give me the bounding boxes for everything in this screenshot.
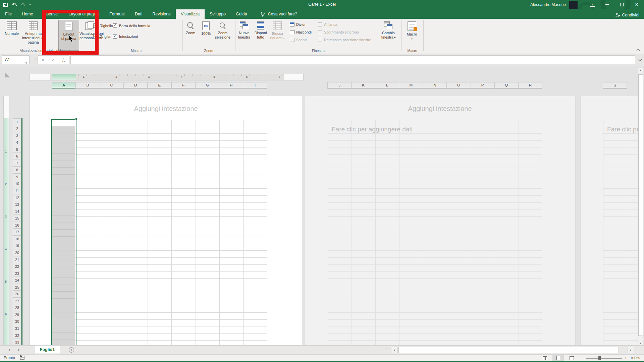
column-header-o[interactable]: O bbox=[447, 82, 471, 88]
scroll-left-icon[interactable]: ◄ bbox=[391, 347, 397, 353]
column-header-h[interactable]: H bbox=[219, 82, 243, 88]
column-header-a[interactable]: A bbox=[52, 82, 76, 88]
row-header-28[interactable]: 28 bbox=[13, 304, 21, 311]
disponi-tutto-button[interactable]: Disponi tutto bbox=[253, 20, 269, 51]
row-header-16[interactable]: 16 bbox=[13, 222, 21, 229]
selected-cells-fill[interactable] bbox=[52, 126, 75, 345]
active-cell-a1[interactable] bbox=[52, 120, 75, 126]
horizontal-scrollbar-thumb[interactable] bbox=[398, 347, 619, 353]
macro-record-icon[interactable] bbox=[20, 356, 24, 360]
dividi-button[interactable]: Dividi bbox=[290, 21, 305, 27]
row-header-26[interactable]: 26 bbox=[13, 290, 21, 298]
zoom-out-icon[interactable]: − bbox=[579, 355, 582, 361]
cambia-finestra-button[interactable]: Cambia finestra ▾ bbox=[378, 20, 398, 51]
column-header-s[interactable]: S bbox=[603, 82, 627, 88]
zoom-button[interactable]: Zoom bbox=[182, 20, 199, 51]
page-layout-view-button[interactable] bbox=[552, 355, 564, 361]
checkbox-barra-formula[interactable]: Barra della formula bbox=[113, 23, 150, 28]
column-header-l[interactable]: L bbox=[375, 82, 399, 88]
row-header-5[interactable]: 5 bbox=[13, 146, 21, 153]
formula-bar-resize-handle[interactable]: ⋮ bbox=[33, 57, 37, 62]
enter-icon[interactable]: ✓ bbox=[51, 57, 55, 63]
expand-formula-bar-icon[interactable] bbox=[639, 58, 642, 61]
ribbon-display-options-icon[interactable]: ▴ bbox=[585, 0, 600, 9]
cancel-icon[interactable]: × bbox=[42, 57, 44, 63]
scroll-up-icon[interactable]: ▲ bbox=[638, 69, 643, 72]
vertical-scrollbar[interactable]: ▲ ▼ bbox=[638, 68, 643, 347]
row-header-10[interactable]: 10 bbox=[13, 180, 21, 187]
row-header-24[interactable]: 24 bbox=[13, 277, 21, 284]
row-header-33[interactable]: 33 bbox=[13, 339, 21, 345]
page-1[interactable]: Aggiungi intestazione bbox=[30, 96, 302, 345]
zoom-100-button[interactable]: 100 100% bbox=[199, 20, 213, 51]
column-header-f[interactable]: F bbox=[171, 82, 196, 88]
page-1-grid[interactable] bbox=[52, 120, 267, 345]
row-header-19[interactable]: 19 bbox=[13, 242, 21, 249]
nuova-finestra-button[interactable]: Nuova finestra bbox=[236, 20, 253, 51]
row-header-3[interactable]: 3 bbox=[13, 132, 21, 139]
column-header-n[interactable]: N bbox=[423, 82, 447, 88]
tab-file[interactable]: File bbox=[0, 9, 17, 19]
row-header-2[interactable]: 2 bbox=[13, 125, 21, 132]
tab-formule[interactable]: Formule bbox=[104, 9, 130, 19]
normale-button[interactable]: Normale bbox=[1, 20, 22, 51]
row-header-23[interactable]: 23 bbox=[13, 270, 21, 277]
minimize-button[interactable] bbox=[600, 0, 614, 9]
select-all-corner[interactable] bbox=[5, 73, 10, 77]
column-header-e[interactable]: E bbox=[147, 82, 171, 88]
maximize-button[interactable] bbox=[614, 0, 629, 9]
row-header-6[interactable]: 6 bbox=[13, 153, 21, 160]
account-name[interactable]: Alessandro Masone bbox=[530, 2, 566, 7]
row-header-4[interactable]: 4 bbox=[13, 139, 21, 146]
row-header-30[interactable]: 30 bbox=[13, 318, 21, 325]
name-box[interactable]: A1 ▼ bbox=[2, 55, 30, 64]
header-placeholder[interactable]: Aggiungi intestazione bbox=[30, 105, 302, 113]
scroll-right-icon[interactable]: ► bbox=[628, 347, 634, 353]
new-sheet-icon[interactable]: + bbox=[69, 347, 74, 353]
row-header-15[interactable]: 15 bbox=[13, 215, 21, 222]
blocca-riquadri-button[interactable]: Blocca riquadri ▾ bbox=[269, 20, 286, 51]
zoom-percentage[interactable]: 100% bbox=[630, 356, 640, 360]
tab-dati[interactable]: Dati bbox=[130, 9, 147, 19]
page-3-grid[interactable] bbox=[603, 120, 638, 345]
row-header-20[interactable]: 20 bbox=[13, 249, 21, 256]
row-header-22[interactable]: 22 bbox=[13, 263, 21, 270]
checkbox-intestazioni[interactable]: Intestazioni bbox=[113, 34, 138, 39]
row-header-32[interactable]: 32 bbox=[13, 332, 21, 339]
page-2[interactable]: Aggiungi intestazione Fare clic per aggi… bbox=[304, 96, 576, 345]
column-header-r[interactable]: R bbox=[518, 82, 542, 88]
row-header-25[interactable]: 25 bbox=[13, 284, 21, 291]
macro-button[interactable]: Macro ▾ bbox=[402, 20, 421, 51]
zoom-in-icon[interactable]: + bbox=[625, 355, 627, 360]
fill-handle[interactable] bbox=[75, 118, 77, 120]
row-header-11[interactable]: 11 bbox=[13, 187, 21, 194]
next-sheet-icon[interactable]: ► bbox=[17, 348, 21, 352]
tab-scroll-split-handle[interactable]: ⋮⋮ bbox=[384, 348, 392, 352]
row-header-7[interactable]: 7 bbox=[13, 160, 21, 167]
zoom-slider-thumb[interactable] bbox=[598, 356, 601, 360]
sheet-tab-foglio1[interactable]: Foglio1 bbox=[35, 346, 60, 354]
anteprima-interruzioni-button[interactable]: Anteprima interruzioni di pagina bbox=[22, 20, 44, 51]
row-header-13[interactable]: 13 bbox=[13, 201, 21, 208]
row-header-1[interactable]: 1 bbox=[13, 118, 21, 126]
normal-view-button[interactable] bbox=[539, 355, 550, 361]
column-header-m[interactable]: M bbox=[399, 82, 423, 88]
column-header-i[interactable]: I bbox=[243, 82, 267, 88]
scroll-down-icon[interactable]: ▼ bbox=[638, 342, 643, 345]
reimposta-posizione-button[interactable]: Reimposta posizione finestra bbox=[318, 37, 371, 43]
row-header-27[interactable]: 27 bbox=[13, 297, 21, 305]
column-header-k[interactable]: K bbox=[351, 82, 375, 88]
tab-home[interactable]: Home bbox=[17, 9, 38, 19]
zoom-slider[interactable]: − + 100% bbox=[579, 355, 639, 361]
page-3[interactable]: Fare clic per aggiungere dati bbox=[580, 96, 638, 345]
scorrimento-sincrono-button[interactable]: Scorrimento sincrono bbox=[318, 29, 359, 35]
data-placeholder[interactable]: Fare clic per aggiungere dati bbox=[607, 126, 638, 133]
tab-visualizza[interactable]: Visualizza bbox=[176, 9, 205, 19]
zoom-slider-track[interactable] bbox=[586, 358, 622, 359]
column-header-j[interactable]: J bbox=[327, 82, 352, 88]
row-header-12[interactable]: 12 bbox=[13, 194, 21, 201]
column-header-d[interactable]: D bbox=[123, 82, 148, 88]
row-header-17[interactable]: 17 bbox=[13, 228, 21, 236]
collapse-ribbon-icon[interactable] bbox=[637, 49, 640, 52]
share-button[interactable]: Condividi bbox=[615, 11, 639, 19]
